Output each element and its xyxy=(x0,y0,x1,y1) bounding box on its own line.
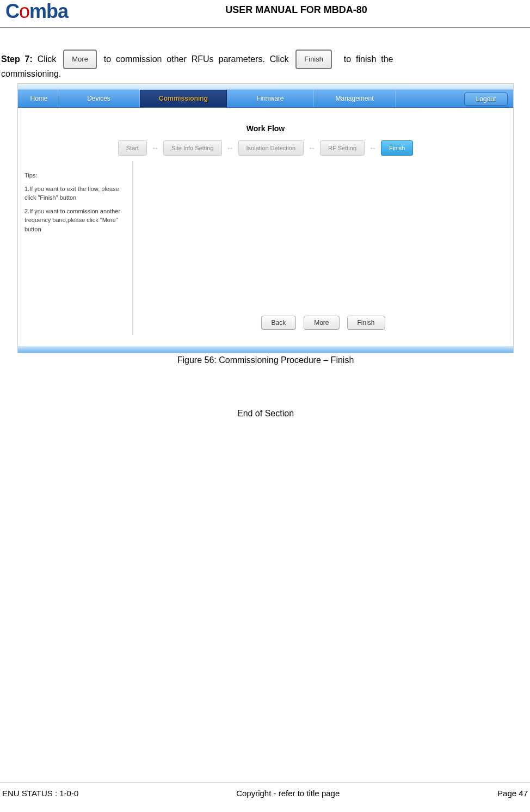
nav-management[interactable]: Management xyxy=(314,90,396,107)
footer-strip xyxy=(18,346,513,353)
step-label: Step 7: xyxy=(1,52,33,66)
nav-home[interactable]: Home xyxy=(20,90,58,107)
page-content: Step 7: Click More to commission other R… xyxy=(0,28,530,419)
browser-chrome-strip xyxy=(18,84,513,89)
right-body: Back More Finish xyxy=(132,161,513,335)
tips-title: Tips: xyxy=(24,171,126,180)
workflow-steps: Start ↔ Site Info Setting ↔ Isolation De… xyxy=(118,140,414,156)
finish-button[interactable]: Finish xyxy=(347,316,385,330)
arrow-icon: ↔ xyxy=(222,144,238,152)
arrow-icon: ↔ xyxy=(304,144,320,152)
bottom-buttons: Back More Finish xyxy=(261,316,385,330)
tips-panel: Tips: 1.If you want to exit the flow, pl… xyxy=(18,161,132,335)
finish-inline-button: Finish xyxy=(295,50,332,69)
nav-logout[interactable]: Logout xyxy=(464,93,508,106)
page-footer: ENU STATUS : 1-0-0 Copyright - refer to … xyxy=(0,783,530,798)
main-nav: Home Devices Commissioning Firmware Mana… xyxy=(18,89,513,108)
wf-step-siteinfo[interactable]: Site Info Setting xyxy=(163,140,222,156)
wf-step-finish[interactable]: Finish xyxy=(381,140,413,156)
nav-devices[interactable]: Devices xyxy=(58,90,140,107)
footer-page: Page 47 xyxy=(497,789,528,798)
workflow-area: Work Flow Start ↔ Site Info Setting ↔ Is… xyxy=(18,108,513,161)
tip-2: 2.If you want to commission another freq… xyxy=(24,207,126,234)
nav-commissioning[interactable]: Commissioning xyxy=(140,90,227,107)
screenshot-figure: Home Devices Commissioning Firmware Mana… xyxy=(17,83,514,353)
arrow-icon: ↔ xyxy=(365,144,381,152)
workflow-title: Work Flow xyxy=(18,124,513,133)
more-button[interactable]: More xyxy=(304,316,339,330)
step-continuation: commissioning. xyxy=(1,69,530,79)
figure-caption: Figure 56: Commissioning Procedure – Fin… xyxy=(1,355,530,365)
comba-logo: Comba xyxy=(5,0,68,23)
arrow-icon: ↔ xyxy=(147,144,163,152)
end-of-section: End of Section xyxy=(1,409,530,419)
footer-copyright: Copyright - refer to title page xyxy=(236,789,340,798)
main-body: Tips: 1.If you want to exit the flow, pl… xyxy=(18,161,513,335)
wf-step-isolation[interactable]: Isolation Detection xyxy=(238,140,304,156)
page-header: Comba USER MANUAL FOR MBDA-80 xyxy=(0,0,530,28)
back-button[interactable]: Back xyxy=(261,316,296,330)
wf-step-start[interactable]: Start xyxy=(118,140,147,156)
footer-status: ENU STATUS : 1-0-0 xyxy=(2,789,78,798)
tip-1: 1.If you want to exit the flow, please c… xyxy=(24,184,126,202)
wf-step-rfsetting[interactable]: RF Setting xyxy=(320,140,365,156)
nav-firmware[interactable]: Firmware xyxy=(227,90,314,107)
manual-title: USER MANUAL FOR MBDA-80 xyxy=(68,0,525,16)
step-instruction: Step 7: Click More to commission other R… xyxy=(1,50,530,69)
more-inline-button: More xyxy=(63,50,97,69)
